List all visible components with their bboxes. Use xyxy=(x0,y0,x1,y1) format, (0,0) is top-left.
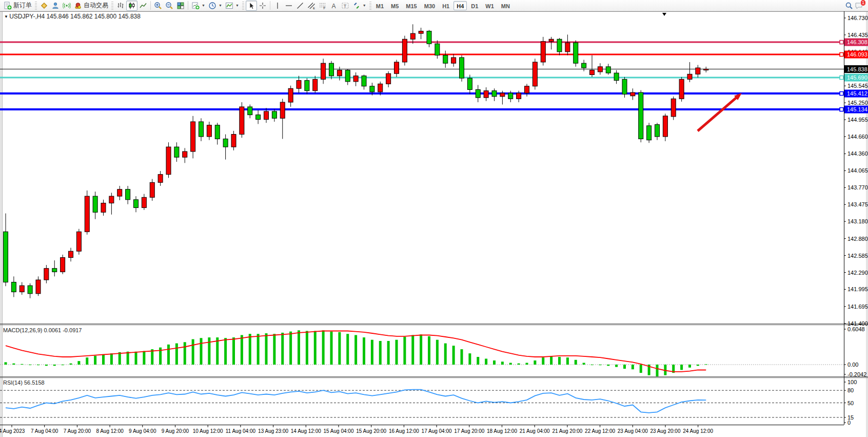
macd-bar xyxy=(542,357,544,365)
rsi-axis-label: 50 xyxy=(847,400,854,406)
macd-bar xyxy=(37,365,40,365)
line-chart-button[interactable] xyxy=(137,1,149,11)
new-order-icon xyxy=(4,2,12,10)
vertical-line-icon xyxy=(273,2,282,10)
zoom-in-button[interactable] xyxy=(152,1,164,11)
candle-body xyxy=(639,92,643,139)
candle-body xyxy=(85,196,89,232)
time-periods-button[interactable]: ▼ xyxy=(207,1,224,11)
macd-bar xyxy=(396,340,398,365)
price-tick-label: 146.730 xyxy=(847,15,868,21)
macd-bar xyxy=(387,341,390,365)
indicators-button[interactable]: ▼ xyxy=(224,1,241,11)
candle-body xyxy=(272,111,277,118)
timeframe-button-mn[interactable]: MN xyxy=(498,1,513,10)
timeframe-button-d1[interactable]: D1 xyxy=(468,1,481,10)
text-icon: A xyxy=(330,2,338,10)
macd-bar xyxy=(623,365,626,369)
cursor-button[interactable] xyxy=(246,1,257,11)
text-button[interactable]: A xyxy=(328,1,340,11)
candlestick-chart-button[interactable] xyxy=(126,1,137,11)
timeframe-button-m30[interactable]: M30 xyxy=(421,1,438,10)
cursor-icon xyxy=(247,2,255,10)
macd-axis-label: 0.00 xyxy=(847,362,858,368)
macd-bar xyxy=(680,365,683,370)
timeframe-button-m1[interactable]: M1 xyxy=(373,1,387,10)
fibonacci-button[interactable]: F xyxy=(317,1,328,11)
candle-body xyxy=(574,43,578,63)
price-label-text: 145.690 xyxy=(847,74,867,81)
metaquotes-button[interactable] xyxy=(38,1,50,11)
macd-bar xyxy=(322,330,325,365)
macd-bar xyxy=(241,335,243,365)
candle-body xyxy=(508,93,513,99)
candle-body xyxy=(288,88,293,102)
price-tick-label: 144.065 xyxy=(847,167,868,174)
macd-bar xyxy=(265,333,268,365)
community-button[interactable] xyxy=(50,1,61,11)
timeframe-button-m15[interactable]: M15 xyxy=(403,1,420,10)
rsi-axis-label: 100 xyxy=(847,379,857,385)
text-label-button[interactable]: T xyxy=(340,1,351,11)
autotrade-button[interactable]: 自动交易 xyxy=(72,1,110,11)
candle-body xyxy=(329,63,334,76)
toolbar-drag-handle xyxy=(35,2,37,10)
timeframe-button-h4[interactable]: H4 xyxy=(453,1,467,10)
time-tick-label: 10 Aug 12:00 xyxy=(193,428,223,434)
signals-button[interactable] xyxy=(61,1,72,11)
gold-cube-icon xyxy=(40,2,48,10)
candle-body xyxy=(199,122,204,137)
macd-bar xyxy=(436,340,439,365)
arrows-button[interactable]: ▼ xyxy=(351,1,368,11)
trendline-button[interactable] xyxy=(294,1,306,11)
new-order-button[interactable]: 新订单 xyxy=(2,1,33,11)
macd-bar xyxy=(200,338,203,365)
timeframe-button-h1[interactable]: H1 xyxy=(439,1,452,10)
search-button[interactable] xyxy=(843,1,855,11)
vertical-line-button[interactable] xyxy=(272,1,283,11)
level-line-marker xyxy=(840,108,843,111)
channel-button[interactable]: E xyxy=(306,1,317,11)
zoom-out-button[interactable] xyxy=(164,1,175,11)
macd-bar xyxy=(77,361,80,365)
svg-text:F: F xyxy=(323,6,325,10)
candle-body xyxy=(166,147,171,175)
candle-body xyxy=(435,44,440,55)
crosshair-button[interactable] xyxy=(257,1,268,11)
time-tick-label: 21 Aug 20:00 xyxy=(552,428,582,434)
macd-bar xyxy=(697,365,699,366)
price-tick-label: 141.995 xyxy=(847,286,868,292)
chart-canvas[interactable]: 146.730146.435146.140145.845145.545145.2… xyxy=(0,11,868,437)
macd-indicator-label: MACD(12,26,9) 0.0061 -0.0917 xyxy=(3,327,82,333)
candle-body xyxy=(451,58,456,63)
zoom-out-icon xyxy=(165,2,173,10)
macd-bar xyxy=(518,364,520,365)
dropdown-caret-icon: ▼ xyxy=(219,4,222,7)
main-toolbar: 新订单 自动交易 xyxy=(0,0,868,11)
macd-bar xyxy=(509,363,512,365)
candle-body xyxy=(549,39,554,41)
time-tick-label: 23 Aug 04:00 xyxy=(618,428,648,434)
bar-chart-button[interactable] xyxy=(115,1,126,11)
new-chart-button[interactable]: ▼ xyxy=(190,1,207,11)
candle-body xyxy=(687,74,692,79)
horizontal-line-button[interactable] xyxy=(283,1,294,11)
timeframe-button-w1[interactable]: W1 xyxy=(482,1,497,10)
price-tick-label: 144.660 xyxy=(847,134,868,140)
timeframe-button-m5[interactable]: M5 xyxy=(388,1,402,10)
tile-windows-button[interactable] xyxy=(175,1,186,11)
time-tick-label: 17 Aug 04:00 xyxy=(422,428,452,434)
candle-body xyxy=(557,39,562,52)
time-tick-label: 23 Aug 20:00 xyxy=(650,428,681,434)
candle-body xyxy=(655,125,660,137)
chart-window[interactable]: ▼ USDJPY-,H4 145.846 145.862 145.800 145… xyxy=(0,11,868,437)
macd-bar xyxy=(705,364,707,365)
price-tick-label: 144.360 xyxy=(847,150,868,157)
signal-icon xyxy=(63,2,71,10)
svg-text:A: A xyxy=(331,2,336,9)
macd-bar xyxy=(175,344,178,365)
chat-button[interactable]: 1 xyxy=(855,2,863,10)
candle-body xyxy=(256,115,261,120)
candle-body xyxy=(126,189,130,200)
candle-body xyxy=(183,151,187,157)
